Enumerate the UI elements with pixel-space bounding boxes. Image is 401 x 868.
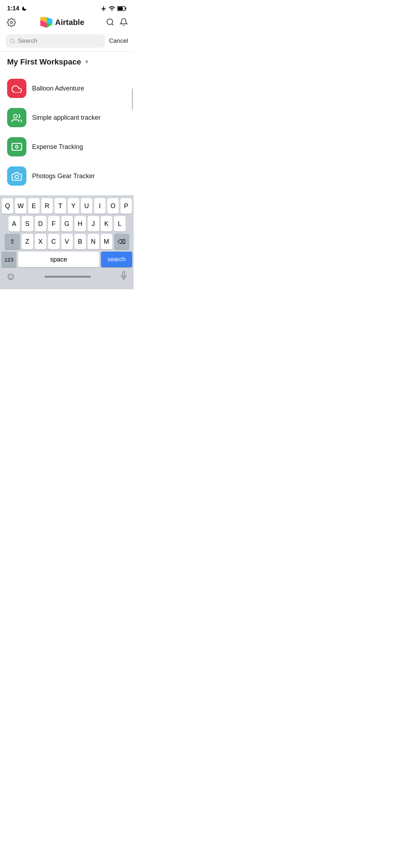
keyboard-row-3: ⇧ Z X C V B N M ⌫ — [1, 234, 132, 249]
app-logo: Airtable — [39, 16, 84, 29]
emoji-button[interactable]: ☺ — [6, 271, 16, 282]
search-input-icon — [10, 38, 15, 44]
svg-point-3 — [10, 21, 13, 24]
shift-key[interactable]: ⇧ — [5, 234, 20, 249]
svg-line-9 — [112, 24, 113, 25]
key-a[interactable]: A — [9, 216, 20, 232]
airplane-icon — [101, 6, 107, 11]
workspace-header: My First Workspace ▼ — [7, 57, 127, 67]
list-item[interactable]: Simple applicant tracker — [7, 103, 127, 132]
key-o[interactable]: O — [107, 198, 119, 214]
workspace-title: My First Workspace — [7, 57, 81, 67]
workspace-chevron-icon[interactable]: ▼ — [84, 59, 89, 65]
space-key[interactable]: space — [18, 252, 99, 267]
svg-point-8 — [107, 19, 113, 25]
key-e[interactable]: E — [28, 198, 40, 214]
key-i[interactable]: I — [94, 198, 106, 214]
key-w[interactable]: W — [15, 198, 26, 214]
app-name: Airtable — [55, 18, 84, 27]
svg-line-11 — [14, 42, 15, 43]
key-t[interactable]: T — [55, 198, 66, 214]
notifications-button[interactable] — [119, 18, 128, 27]
key-m[interactable]: M — [101, 234, 112, 249]
bell-icon — [119, 18, 128, 26]
backspace-key[interactable]: ⌫ — [114, 234, 129, 249]
key-s[interactable]: S — [22, 216, 33, 232]
key-r[interactable]: R — [41, 198, 53, 214]
scrollbar[interactable] — [132, 88, 133, 110]
key-h[interactable]: H — [74, 216, 86, 232]
svg-point-10 — [11, 39, 14, 43]
mic-icon — [119, 271, 128, 281]
keyboard-row-1: Q W E R T Y U I O P — [1, 198, 132, 214]
key-b[interactable]: B — [74, 234, 86, 249]
key-x[interactable]: X — [35, 234, 46, 249]
base-name-applicant-tracker: Simple applicant tracker — [32, 114, 101, 122]
keyboard-bottom-row: 123 space search — [1, 252, 132, 267]
key-j[interactable]: J — [88, 216, 99, 232]
moon-icon — [21, 6, 27, 11]
key-z[interactable]: Z — [22, 234, 33, 249]
svg-rect-13 — [12, 143, 22, 150]
key-g[interactable]: G — [61, 216, 73, 232]
key-n[interactable]: N — [88, 234, 99, 249]
key-k[interactable]: K — [101, 216, 112, 232]
search-button[interactable] — [106, 18, 114, 27]
cancel-button[interactable]: Cancel — [109, 37, 128, 45]
status-bar: 1:14 — [0, 0, 134, 15]
keyboard-rows: Q W E R T Y U I O P A S D F G H J K L ⇧ … — [0, 195, 134, 268]
battery-icon — [117, 6, 127, 11]
svg-point-15 — [15, 175, 18, 179]
key-l[interactable]: L — [114, 216, 125, 232]
status-icons — [101, 6, 127, 11]
search-input-wrap[interactable] — [6, 34, 105, 48]
base-name-photogs-gear: Photogs Gear Tracker — [32, 172, 95, 180]
keyboard: Q W E R T Y U I O P A S D F G H J K L ⇧ … — [0, 195, 134, 289]
airtable-logo-icon — [39, 16, 52, 29]
svg-point-12 — [14, 114, 17, 118]
svg-rect-16 — [123, 272, 125, 277]
key-q[interactable]: Q — [2, 198, 13, 214]
base-icon-expense-tracking — [7, 137, 26, 156]
status-time: 1:14 — [7, 5, 19, 12]
svg-point-14 — [15, 145, 18, 148]
svg-rect-1 — [125, 7, 127, 10]
key-p[interactable]: P — [120, 198, 132, 214]
gear-icon — [7, 18, 16, 27]
wifi-icon — [109, 6, 115, 11]
nav-right-buttons — [106, 18, 128, 27]
key-u[interactable]: U — [81, 198, 92, 214]
key-f[interactable]: F — [48, 216, 60, 232]
list-item[interactable]: Balloon Adventure — [7, 74, 127, 103]
list-item[interactable]: Expense Tracking — [7, 132, 127, 161]
list-item[interactable]: Photogs Gear Tracker — [7, 161, 127, 191]
mic-button[interactable] — [119, 271, 128, 282]
settings-button[interactable] — [6, 17, 17, 28]
keyboard-row-2: A S D F G H J K L — [1, 216, 132, 232]
key-v[interactable]: V — [61, 234, 73, 249]
search-input[interactable] — [18, 37, 101, 45]
numbers-key[interactable]: 123 — [1, 252, 16, 267]
key-c[interactable]: C — [48, 234, 60, 249]
base-name-expense-tracking: Expense Tracking — [32, 143, 83, 151]
search-key[interactable]: search — [101, 252, 132, 267]
home-indicator — [45, 276, 91, 278]
base-name-balloon-adventure: Balloon Adventure — [32, 85, 84, 92]
svg-rect-2 — [118, 7, 123, 10]
search-icon — [106, 18, 114, 26]
search-bar-container: Cancel — [0, 32, 134, 51]
keyboard-bottom-bar: ☺ — [0, 268, 134, 289]
base-icon-balloon-adventure — [7, 79, 26, 98]
nav-bar: Airtable — [0, 15, 134, 32]
base-icon-photogs-gear — [7, 166, 26, 186]
base-icon-applicant-tracker — [7, 108, 26, 127]
key-y[interactable]: Y — [68, 198, 79, 214]
key-d[interactable]: D — [35, 216, 46, 232]
